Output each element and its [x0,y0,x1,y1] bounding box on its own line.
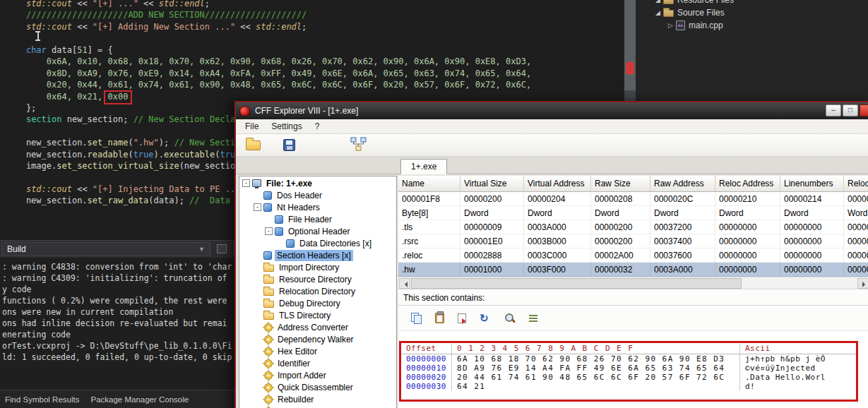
table-row-hw[interactable]: .hw000010000003F000000000320003A00000000… [398,263,868,277]
column-header-virtual-size[interactable]: Virtual Size [460,176,524,192]
document-tab[interactable]: 1+.exe [400,159,447,174]
tree-item-hex-editor[interactable]: Hex Editor [239,345,396,357]
tree-item-data-directories-x[interactable]: Data Directories [x] [239,237,396,249]
tree-expander-icon[interactable]: - [254,203,261,211]
solution-explorer-item-source-files[interactable]: ◢Source Files [636,6,868,19]
options-icon[interactable] [529,315,537,322]
refresh-icon[interactable]: ↻ [480,313,491,324]
table-row-reloc[interactable]: .reloc000028880003C00000002A000003760000… [398,248,868,263]
build-output-text[interactable]: : warning C4838: conversion from 'int' t… [0,258,234,366]
export-icon[interactable] [458,313,466,323]
tree-item-import-adder[interactable]: Import Adder [239,369,396,381]
column-header-raw-address[interactable]: Raw Address [650,176,715,192]
code-token [6,45,26,55]
pe-structure-icon[interactable] [350,137,367,154]
tab-package-manager-console[interactable]: Package Manager Console [90,395,189,404]
tree-item-import-directory[interactable]: Import Directory [239,261,396,273]
table-row-rsrc[interactable]: .rsrc000001E00003B0000000020000037400000… [398,234,868,248]
tree-item-tls-directory[interactable]: TLS Directory [239,309,396,321]
folder-icon [663,0,674,4]
column-header-relocations-n[interactable]: Relocations N [844,176,868,192]
menu-item-[interactable]: ? [309,120,326,133]
folder-icon [663,10,674,17]
tree-item-dependency-walker[interactable]: Dependency Walker [239,333,396,345]
chevron-expanded-icon[interactable]: ◢ [653,9,663,16]
hex-row[interactable]: 000000006A 10 68 18 70 62 90 68 26 70 62… [401,354,856,364]
chevron-collapsed-icon[interactable]: ▷ [665,22,676,29]
tree-item-optional-header[interactable]: -Optional Header [239,225,396,237]
editor-scrollbar-thumb[interactable] [624,0,636,90]
close-button[interactable]: × [860,104,868,116]
tree-item-file-header[interactable]: File Header [239,213,396,225]
table-cell: Word [844,206,868,220]
hex-row[interactable]: 000000108D A9 76 E9 14 A4 FA FF 49 6E 6A… [401,364,856,373]
hex-offset: 00000030 [401,382,452,391]
code-token: "[+] Injecting Data to PE .. [93,184,235,194]
tree-expander-icon[interactable]: - [265,227,273,235]
hex-row[interactable]: 0000003064 21d! [401,382,856,391]
code-token: char [26,45,47,55]
chevron-expanded-icon[interactable]: ◢ [653,0,663,4]
title-bar[interactable]: CFF Explorer VIII - [1+.exe] –□× [236,102,868,119]
screenshot-root: std::cout << "[+] ..." << std::endl; ///… [0,0,868,408]
folder-icon [263,265,274,272]
tree-item-rebuilder[interactable]: Rebuilder [239,393,396,405]
menu-item-file[interactable]: File [239,120,265,133]
build-output-line: functions ( 0.2%) were compiled, the res… [2,295,232,306]
tree-item-section-headers-x[interactable]: Section Headers [x] [239,249,396,261]
table-cell: .rsrc [398,234,460,248]
hex-view[interactable]: Offset0 1 2 3 4 5 6 7 8 9 A B C D E FAsc… [401,343,856,391]
column-header-name[interactable]: Name [398,176,460,192]
table-cell: 00000000 [780,263,844,277]
table-row-000001f8[interactable]: 000001F80000020000000204000002080000020C… [398,192,868,206]
table-row-byte-8[interactable]: Byte[8]DwordDwordDwordDwordDwordDwordWor… [398,206,868,220]
code-token: std::endl [159,0,205,8]
code-token [6,10,26,20]
column-header-reloc-address[interactable]: Reloc Address [715,176,780,192]
menu-item-settings[interactable]: Settings [265,120,308,133]
blue-icon [263,251,272,260]
tree-item-debug-directory[interactable]: Debug Directory [239,297,396,309]
minimize-button[interactable]: – [826,104,841,116]
output-toolbar-icon[interactable] [217,244,227,253]
table-cell: 000001F8 [398,192,460,206]
maximize-button[interactable]: □ [843,104,858,116]
output-pane-selector[interactable]: Build ▼ [1,242,210,256]
tree-item-resource-editor[interactable]: Resource Editor [239,405,396,408]
table-row-tls[interactable]: .tls000000090003A00000000200000372000000… [398,220,868,234]
tree-item-nt-headers[interactable]: -Nt Headers [239,201,396,213]
tree-item-address-converter[interactable]: Address Converter [239,321,396,333]
solution-explorer-item-main-cpp[interactable]: ▷++main.cpp [636,19,868,32]
hex-bytes: 8D A9 76 E9 14 A4 FA FF 49 6E 6A 65 63 7… [452,364,740,373]
search-icon[interactable] [504,313,516,324]
save-file-icon[interactable] [283,139,295,151]
table-cell: Dword [715,206,780,220]
tree-item-file-1-exe[interactable]: -File: 1+.exe [239,177,396,189]
tree-item-dos-header[interactable]: Dos Header [239,189,396,201]
open-file-icon[interactable] [246,140,261,150]
scroll-left-arrow[interactable] [399,278,410,289]
tree-item-resource-directory[interactable]: Resource Directory [239,273,396,285]
tree-item-identifier[interactable]: Identifier [239,357,396,369]
hex-row[interactable]: 0000002020 44 61 74 61 90 48 65 6C 6C 6F… [401,373,856,382]
code-token: ; [205,0,210,8]
tree-expander-icon[interactable]: - [242,179,250,187]
scroll-right-arrow[interactable] [857,278,868,289]
tree-item-relocation-directory[interactable]: Relocation Directory [239,285,396,297]
column-header-raw-size[interactable]: Raw Size [591,176,650,192]
tab-find-symbol-results[interactable]: Find Symbol Results [5,395,79,404]
tree-item-quick-disassembler[interactable]: Quick Disassembler [239,381,396,393]
code-token: ] = { [88,45,113,55]
paste-icon[interactable] [435,313,444,323]
horizontal-scrollbar[interactable] [398,277,868,289]
tree-item-label: Address Converter [275,322,350,333]
solution-explorer-item-resource-files[interactable]: ◢Resource Files [636,0,868,6]
table-cell: Dword [591,206,650,220]
copy-icon[interactable] [411,313,422,323]
column-header-linenumbers[interactable]: Linenumbers [780,176,844,192]
scrollbar-thumb[interactable] [411,278,742,289]
table-cell: 0003B000 [524,234,591,248]
solution-explorer-items: ◢Resource Files◢Source Files▷++main.cpp [636,0,868,32]
hex-ascii: .Data Hello.Worl [740,373,826,382]
column-header-virtual-address[interactable]: Virtual Address [524,176,591,192]
